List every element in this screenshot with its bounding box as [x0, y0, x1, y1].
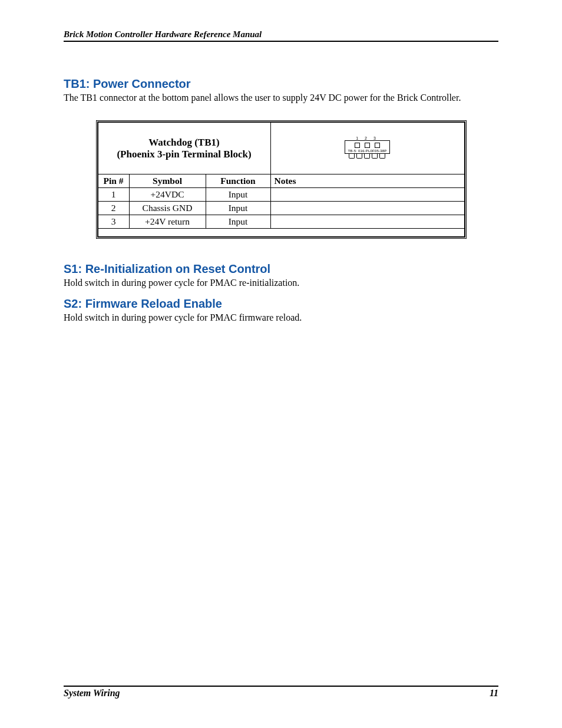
diagram-pin-num: 2 — [365, 136, 373, 140]
connector-diagram: 123 TB-5: 016-PL0F05-38P — [345, 136, 389, 159]
paragraph-tb1: The TB1 connector at the bottom panel al… — [64, 92, 498, 104]
heading-s2: S2: Firmware Reload Enable — [64, 297, 498, 311]
cell-pin: 3 — [98, 215, 129, 229]
diagram-part-label: TB-5: 016-PL0F05-38P — [348, 149, 386, 153]
cell-symbol: Chassis GND — [129, 202, 206, 215]
diagram-pin-icon — [355, 143, 360, 148]
footer-page-number: 11 — [490, 688, 498, 699]
diagram-pin-num: 3 — [373, 136, 382, 140]
caption-line2: (Phoenix 3-pin Terminal Block) — [117, 149, 251, 160]
heading-tb1: TB1: Power Connector — [64, 77, 498, 91]
diagram-pin-icon — [365, 143, 370, 148]
cell-function: Input — [206, 188, 270, 202]
connector-diagram-cell: 123 TB-5: 016-PL0F05-38P — [270, 123, 464, 174]
footer-section: System Wiring — [64, 688, 120, 699]
diagram-pin-num: 1 — [356, 136, 365, 140]
cell-symbol: +24V return — [129, 215, 206, 229]
diagram-pin-icon — [375, 143, 380, 148]
table-header-row: Pin # Symbol Function Notes — [98, 174, 464, 188]
cell-function: Input — [206, 202, 270, 215]
cell-notes — [270, 188, 464, 202]
pinout-table-container: Watchdog (TB1) (Phoenix 3-pin Terminal B… — [96, 120, 467, 239]
table-row: 2 Chassis GND Input — [98, 202, 464, 215]
col-header-symbol: Symbol — [129, 174, 206, 188]
pinout-table: Watchdog (TB1) (Phoenix 3-pin Terminal B… — [98, 122, 465, 237]
col-header-function: Function — [206, 174, 270, 188]
heading-s1: S1: Re-Initialization on Reset Control — [64, 262, 498, 276]
col-header-notes: Notes — [270, 174, 464, 188]
paragraph-s2: Hold switch in during power cycle for PM… — [64, 312, 498, 324]
cell-notes — [270, 215, 464, 229]
cell-symbol: +24VDC — [129, 188, 206, 202]
col-header-pin: Pin # — [98, 174, 129, 188]
cell-pin: 2 — [98, 202, 129, 215]
table-row: 1 +24VDC Input — [98, 188, 464, 202]
cell-notes — [270, 202, 464, 215]
table-caption: Watchdog (TB1) (Phoenix 3-pin Terminal B… — [98, 123, 270, 174]
cell-pin: 1 — [98, 188, 129, 202]
caption-line1: Watchdog (TB1) — [148, 137, 219, 148]
table-spacer-row — [98, 229, 464, 237]
page-footer: System Wiring 11 — [64, 686, 498, 699]
paragraph-s1: Hold switch in during power cycle for PM… — [64, 277, 498, 289]
table-row: 3 +24V return Input — [98, 215, 464, 229]
cell-function: Input — [206, 215, 270, 229]
running-header: Brick Motion Controller Hardware Referen… — [64, 29, 498, 42]
